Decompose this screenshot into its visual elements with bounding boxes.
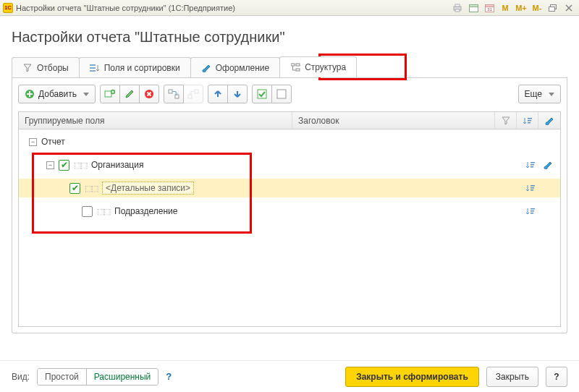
node-label: Подразделение — [114, 206, 177, 216]
grid-header-sort[interactable] — [517, 112, 538, 129]
tab-design[interactable]: Оформление — [190, 57, 280, 77]
link-icon: ⬚⬚ — [85, 184, 98, 192]
add-group-button[interactable] — [100, 85, 120, 103]
brush-icon — [201, 63, 211, 73]
view-label: Вид: — [12, 372, 30, 382]
sort-icon — [523, 116, 533, 125]
tab-filters[interactable]: Отборы — [12, 57, 80, 77]
tab-fields-sort[interactable]: Поля и сортировки — [79, 57, 191, 77]
sort-icon[interactable] — [525, 184, 536, 192]
help-button[interactable]: ? — [546, 367, 567, 387]
fields-sort-icon — [90, 63, 100, 73]
tree-row-report[interactable]: − Отчет — [19, 132, 560, 151]
delete-icon — [144, 89, 154, 99]
move-up-button[interactable] — [208, 85, 228, 103]
calc-m-icon[interactable]: M — [498, 2, 512, 14]
calendar-icon[interactable] — [466, 2, 481, 14]
footer: Вид: Простой Расширенный ? Закрыть и сфо… — [0, 360, 579, 392]
svg-rect-16 — [296, 64, 300, 66]
indent-right-icon — [187, 89, 199, 99]
tree-row-details[interactable]: ⬚⬚ <Детальные записи> — [19, 179, 560, 197]
close-and-generate-button[interactable]: Закрыть и сформировать — [345, 367, 479, 387]
view-mode-toggle: Простой Расширенный — [37, 368, 159, 385]
arrow-up-icon — [213, 89, 223, 99]
close-button[interactable]: Закрыть — [486, 367, 538, 387]
edit-button[interactable] — [119, 85, 140, 103]
svg-rect-19 — [105, 91, 111, 97]
structure-icon — [290, 62, 300, 72]
expander-icon[interactable]: − — [29, 138, 37, 146]
checkbox[interactable] — [59, 160, 69, 171]
svg-rect-14 — [90, 70, 96, 72]
svg-rect-36 — [531, 189, 533, 191]
expander-icon[interactable]: − — [46, 161, 54, 169]
more-button-label: Еще — [525, 89, 542, 99]
checkbox[interactable] — [69, 183, 80, 194]
move-down-button[interactable] — [227, 85, 248, 103]
tab-bar: Отборы Поля и сортировки Оформление Стру… — [12, 56, 567, 77]
structure-grid: Группируемые поля Заголовок − Отчет — [18, 111, 561, 327]
view-mode-simple[interactable]: Простой — [38, 369, 87, 385]
check-all-button[interactable] — [252, 85, 272, 103]
pencil-icon — [124, 89, 135, 99]
window-close-icon[interactable] — [562, 2, 576, 14]
dropdown-icon — [549, 93, 554, 96]
grid-header: Группируемые поля Заголовок — [19, 112, 560, 129]
indent-left-icon — [168, 89, 179, 99]
calc-mplus-icon[interactable]: M+ — [514, 2, 528, 14]
grid-header-filter[interactable] — [495, 112, 517, 129]
tab-label: Поля и сортировки — [104, 63, 180, 73]
view-mode-advanced[interactable]: Расширенный — [87, 369, 159, 385]
page-title: Настройки отчета "Штатные сотрудники" — [12, 29, 567, 46]
svg-rect-13 — [90, 67, 96, 69]
print-icon[interactable] — [450, 2, 465, 14]
brush-icon — [544, 116, 554, 125]
indent-right-button[interactable] — [183, 85, 203, 103]
link-icon: ⬚⬚ — [74, 161, 87, 169]
app-icon: 1C — [3, 3, 13, 13]
help-link[interactable]: ? — [166, 371, 172, 382]
svg-rect-24 — [195, 90, 198, 93]
svg-rect-25 — [188, 95, 192, 98]
svg-rect-2 — [455, 9, 460, 12]
add-group-icon — [104, 89, 116, 99]
add-button[interactable]: Добавить — [18, 85, 96, 103]
svg-rect-31 — [531, 162, 535, 163]
svg-rect-29 — [528, 120, 531, 122]
grid-header-design[interactable] — [538, 112, 560, 129]
svg-rect-12 — [90, 64, 96, 66]
tab-structure[interactable]: Структура — [279, 56, 357, 77]
grid-body: − Отчет − ⬚⬚ Организация — [19, 129, 560, 326]
svg-rect-28 — [528, 118, 532, 119]
calendar31-icon[interactable]: 31 — [482, 2, 496, 14]
svg-rect-22 — [169, 90, 172, 93]
grid-header-title[interactable]: Заголовок — [292, 112, 495, 129]
svg-rect-15 — [291, 64, 295, 66]
delete-button[interactable] — [139, 85, 159, 103]
grid-header-grouped[interactable]: Группируемые поля — [19, 112, 292, 129]
structure-panel: Добавить — [12, 77, 567, 333]
calc-mminus-icon[interactable]: M- — [530, 2, 544, 14]
uncheck-all-button[interactable] — [271, 85, 292, 103]
indent-left-button[interactable] — [164, 85, 184, 103]
brush-icon[interactable] — [543, 161, 553, 169]
svg-rect-23 — [175, 95, 179, 98]
sort-icon[interactable] — [525, 161, 536, 169]
svg-rect-37 — [531, 208, 535, 210]
checkbox[interactable] — [82, 206, 93, 217]
node-label: Организация — [91, 160, 143, 170]
svg-rect-26 — [258, 90, 266, 98]
link-icon: ⬚⬚ — [97, 208, 110, 215]
svg-rect-35 — [531, 187, 534, 189]
tree-row-subdivision[interactable]: ⬚⬚ Подразделение — [19, 202, 560, 221]
svg-rect-1 — [455, 4, 460, 7]
add-button-label: Добавить — [38, 89, 77, 99]
svg-rect-17 — [296, 69, 300, 71]
dropdown-icon — [83, 93, 89, 96]
svg-rect-4 — [469, 4, 478, 7]
svg-rect-32 — [531, 164, 534, 166]
window-restore-icon[interactable] — [546, 2, 560, 14]
sort-icon[interactable] — [525, 207, 536, 216]
tree-row-org[interactable]: − ⬚⬚ Организация — [19, 155, 560, 174]
more-button[interactable]: Еще — [518, 85, 561, 103]
